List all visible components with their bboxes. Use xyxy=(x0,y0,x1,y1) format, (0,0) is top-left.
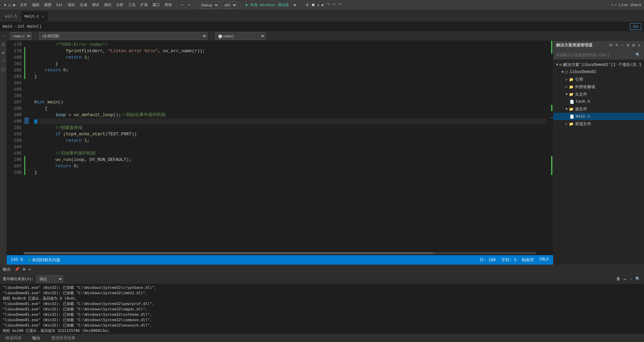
no-issues[interactable]: ● 未找到相关问题 xyxy=(28,257,60,263)
activity-search[interactable]: ⊕ xyxy=(1,50,6,56)
ln-196: 196 xyxy=(9,157,22,163)
nav-file-dropdown[interactable]: main.c xyxy=(10,32,32,40)
menu-test[interactable]: 测试 xyxy=(103,2,113,8)
solution-explorer-title: 解决方案资源管理器 xyxy=(556,42,592,48)
panel-toolbar: ⟳ ≡ — ⚙ ⊞ ✕ xyxy=(608,43,641,48)
panel-settings-btn[interactable]: ⚙ xyxy=(626,43,630,48)
panel-dock-btn[interactable]: ⊞ xyxy=(632,43,636,48)
tree-item-references[interactable]: ▷ 📁 引用 xyxy=(553,76,644,83)
ln-179: 179 xyxy=(9,48,22,54)
live-share-btn[interactable]: ⚡ ⚡ Live Share xyxy=(611,3,641,7)
res-label: 资源文件 xyxy=(575,121,591,127)
tree-item-sources[interactable]: ▼ 📁 源文件 xyxy=(553,105,644,113)
output-clear-btn[interactable]: 🗑 xyxy=(615,276,621,282)
menu-debug[interactable]: 调试 xyxy=(91,2,101,8)
breadcrumb-func[interactable]: int main() xyxy=(17,24,41,29)
menu-file[interactable]: 文件 xyxy=(19,2,29,8)
goto-button[interactable]: Go xyxy=(630,23,641,30)
task-h-label: task.h xyxy=(576,99,590,104)
tree-item-headers[interactable]: ▼ 📁 头文件 xyxy=(553,91,644,98)
gutter-col xyxy=(24,41,29,251)
menu-tools[interactable]: 工具 xyxy=(127,2,137,8)
output-word-wrap-btn[interactable]: ↵ xyxy=(623,276,627,282)
output-scroll-btn[interactable]: ↓ xyxy=(629,276,633,282)
hdr-arrow: ▼ xyxy=(566,93,568,96)
panel-filter-btn[interactable]: ≡ xyxy=(615,43,619,48)
window-controls[interactable]: ● ◯ ◉ xyxy=(3,2,16,8)
run-button[interactable]: ▶ 本地 Windows 调试器 xyxy=(244,2,291,8)
menu-analyze[interactable]: 分析 xyxy=(115,2,125,8)
panel-close-btn[interactable]: ✕ xyxy=(637,43,641,48)
activity-bar: ≡ ⊕ ⑂ ⬡ xyxy=(0,41,7,265)
live-share-icon: ⚡ xyxy=(611,3,613,7)
menu-git[interactable]: Git xyxy=(55,2,64,8)
activity-git[interactable]: ⑂ xyxy=(1,59,6,64)
editor-container: 178 179 180 181 182 183 184 185 186 187 … xyxy=(7,41,553,265)
output-line: "libuvDemo01.exe" (Win32): 已加载 "C:\Windo… xyxy=(3,301,641,307)
tree-item-task-h[interactable]: 📄 task.h xyxy=(553,98,644,105)
h-scrollbar[interactable] xyxy=(7,251,553,255)
output-content[interactable]: "libuvDemo01.exe" (Win32): 已加载 "C:\Windo… xyxy=(0,284,644,334)
nav-sep2: › xyxy=(210,34,212,38)
redo-btn[interactable]: ↪ xyxy=(187,2,192,8)
tree-item-external-deps[interactable]: ▷ 📁 外部依赖项 xyxy=(553,83,644,91)
nav-back[interactable]: ← xyxy=(3,33,8,39)
search-icon[interactable]: 🔍 xyxy=(635,52,641,57)
src-arrow: ▼ xyxy=(566,107,568,111)
char-info[interactable]: 字符: 5 xyxy=(501,257,517,263)
status-bar: 145 % ● 未找到相关问题 行: 190 字符: 5 制表符 CRLF xyxy=(7,255,553,265)
arch-dropdown[interactable]: x64 xyxy=(221,1,237,9)
tree-item-main-c[interactable]: 📄 main.c xyxy=(553,113,644,120)
main-c-label: main.c xyxy=(576,114,590,119)
tab-error-list[interactable]: 错误列表 xyxy=(3,335,24,342)
solution-arrow: ▼ xyxy=(556,63,558,67)
status-right: 行: 190 字符: 5 制表符 CRLF xyxy=(474,257,549,263)
output-find-btn[interactable]: 🔍 xyxy=(634,276,641,282)
run-sub-btn[interactable]: ▶ xyxy=(293,2,298,8)
output-line: "libuvDemo01.exe" (Win32): 已加载 "C:\Windo… xyxy=(3,312,641,317)
debug-config-dropdown[interactable]: Debug xyxy=(198,1,219,9)
line-info[interactable]: 行: 190 xyxy=(480,257,496,263)
panel-sync-btn[interactable]: ⟳ xyxy=(608,43,613,48)
menu-extensions[interactable]: 扩展 xyxy=(139,2,149,8)
tree-project[interactable]: ▼ ⬡ libuvDemo01 xyxy=(553,68,644,76)
zoom-level[interactable]: 145 % xyxy=(11,258,23,262)
tab-info[interactable]: 制表符 xyxy=(522,257,534,263)
menu-help[interactable]: 帮助 xyxy=(163,2,173,8)
tab-output[interactable]: 输出 xyxy=(30,335,43,342)
tab-main-c-close[interactable]: ✕ xyxy=(41,14,44,19)
output-close-btn[interactable]: ✕ xyxy=(28,266,32,273)
activity-explorer[interactable]: ≡ xyxy=(1,42,6,47)
undo-btn[interactable]: ↩ xyxy=(180,2,185,8)
ref-icon: 📁 xyxy=(569,77,574,82)
breadcrumb-location[interactable]: main xyxy=(3,24,12,29)
menu-edit[interactable]: 编辑 xyxy=(31,2,41,8)
src-label: 源文件 xyxy=(575,106,587,112)
panel-collapse-btn[interactable]: — xyxy=(620,43,625,48)
activity-debug[interactable]: ⬡ xyxy=(1,67,6,72)
code-editor[interactable]: /*TODO:Error codes*/ fprintf(stderr, "Li… xyxy=(29,41,546,251)
tab-find-symbol[interactable]: 查找符号结果 xyxy=(48,335,78,342)
toolbar-sep-4 xyxy=(301,2,301,8)
tab-main-c[interactable]: main.c ✕ xyxy=(21,11,48,22)
tab-win-h[interactable]: win.h xyxy=(1,11,21,22)
tree-solution[interactable]: ▼ ⊡ 解决方案'libuvDemo01'(1 个项目/共 1 个) xyxy=(553,61,644,68)
output-source-dropdown[interactable]: 调试 xyxy=(36,275,63,283)
code-line-198: } xyxy=(34,169,546,176)
ln-197: 197 xyxy=(9,163,22,169)
menu-window[interactable]: 窗口 xyxy=(151,2,161,8)
solution-explorer-header: 解决方案资源管理器 ⟳ ≡ — ⚙ ⊞ ✕ xyxy=(553,41,644,50)
search-input[interactable] xyxy=(556,53,635,57)
func-dropdown[interactable]: ⬤ main() xyxy=(215,32,266,40)
ln-180: 180 xyxy=(9,54,22,61)
menu-project[interactable]: 项目 xyxy=(66,2,76,8)
encoding-info[interactable]: CRLF xyxy=(539,257,549,263)
res-arrow: ▷ xyxy=(566,122,568,126)
tree-item-resources[interactable]: ▷ 📁 资源文件 xyxy=(553,120,644,128)
scope-dropdown[interactable]: (全局范围) xyxy=(39,32,207,40)
ext-label: 外部依赖项 xyxy=(575,84,595,90)
menu-build[interactable]: 生成 xyxy=(78,2,89,8)
menu-view[interactable]: 视图 xyxy=(43,2,53,8)
output-dock-btn[interactable]: ⊞ xyxy=(22,266,26,273)
output-pin-btn[interactable]: 📌 xyxy=(13,266,21,273)
